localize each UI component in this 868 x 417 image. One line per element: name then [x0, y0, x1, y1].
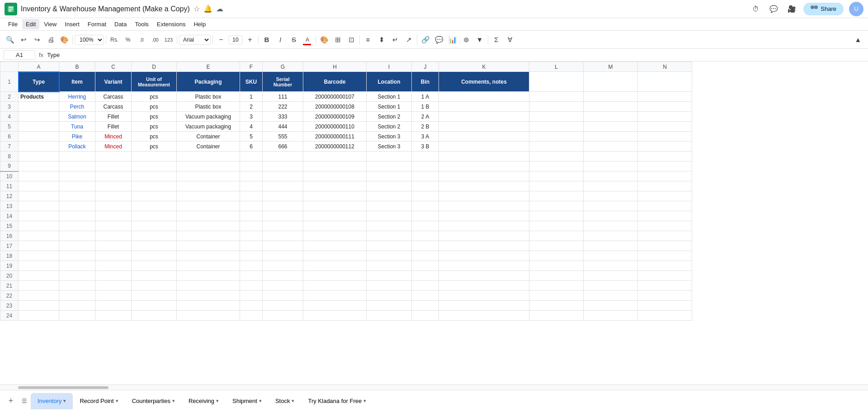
- cell-4-C[interactable]: Fillet: [95, 112, 132, 122]
- cell-2-D[interactable]: pcs: [132, 92, 177, 102]
- decimal-dec-icon[interactable]: .0: [135, 33, 148, 46]
- bell-icon[interactable]: 🔔: [203, 5, 212, 13]
- cell-4-L[interactable]: [529, 112, 584, 122]
- decimal-inc-icon[interactable]: .00: [149, 33, 161, 46]
- cell-6-K[interactable]: [439, 132, 529, 142]
- num-format-icon[interactable]: 123: [162, 33, 175, 46]
- cell-5-C[interactable]: Fillet: [95, 122, 132, 132]
- fill-color-button[interactable]: 🎨: [318, 33, 330, 46]
- col-header-G[interactable]: G: [263, 62, 303, 72]
- cell-5-L[interactable]: [529, 122, 584, 132]
- cell-7-N[interactable]: [638, 142, 692, 152]
- cell-6-M[interactable]: [584, 132, 638, 142]
- merge-cells-button[interactable]: ⊡: [345, 33, 358, 46]
- col-header-J[interactable]: J: [412, 62, 439, 72]
- avatar[interactable]: U: [849, 2, 863, 16]
- share-button[interactable]: Share: [803, 3, 844, 15]
- header-location[interactable]: Location: [367, 72, 412, 92]
- comment-btn[interactable]: 💬: [433, 33, 445, 46]
- header-type[interactable]: Type: [19, 72, 59, 92]
- cell-2-J[interactable]: 1 A: [412, 92, 439, 102]
- zoom-select[interactable]: 100% 75% 125%: [75, 35, 104, 45]
- rotate-button[interactable]: ↗: [402, 33, 415, 46]
- cell-3-G[interactable]: 222: [263, 102, 303, 112]
- cell-3-E[interactable]: Plastic box: [177, 102, 240, 112]
- cell-6-E[interactable]: Container: [177, 132, 240, 142]
- cell-reference-box[interactable]: [4, 50, 35, 60]
- tab-stock-chevron[interactable]: ▾: [292, 398, 294, 404]
- cell-4-G[interactable]: 333: [263, 112, 303, 122]
- font-size-input[interactable]: [228, 35, 243, 44]
- cell-5-H[interactable]: 2000000000110: [303, 122, 367, 132]
- cell-6-F[interactable]: 5: [240, 132, 263, 142]
- cell-5-K[interactable]: [439, 122, 529, 132]
- tab-shipment[interactable]: Shipment ▾: [226, 393, 269, 409]
- cell-6-I[interactable]: Section 3: [367, 132, 412, 142]
- cell-5-A[interactable]: [19, 122, 59, 132]
- col-header-L[interactable]: L: [529, 62, 584, 72]
- tab-receiving-chevron[interactable]: ▾: [216, 398, 219, 404]
- col-header-I[interactable]: I: [367, 62, 412, 72]
- col-header-K[interactable]: K: [439, 62, 529, 72]
- cell-5-N[interactable]: [638, 122, 692, 132]
- cell-4-N[interactable]: [638, 112, 692, 122]
- cell-3-F[interactable]: 2: [240, 102, 263, 112]
- font-size-decrease[interactable]: −: [215, 33, 227, 46]
- cell-4-H[interactable]: 2000000000109: [303, 112, 367, 122]
- horizontal-scrollbar[interactable]: [0, 384, 868, 390]
- cell-4-J[interactable]: 2 A: [412, 112, 439, 122]
- paint-format-icon[interactable]: 🎨: [58, 33, 71, 46]
- cell-2-B[interactable]: Herring: [59, 92, 95, 102]
- cell-7-G[interactable]: 666: [263, 142, 303, 152]
- cell-7-A[interactable]: [19, 142, 59, 152]
- header-bin[interactable]: Bin: [412, 72, 439, 92]
- add-sheet-button[interactable]: +: [4, 394, 18, 408]
- col-header-M[interactable]: M: [584, 62, 638, 72]
- valign-button[interactable]: ⬍: [375, 33, 388, 46]
- borders-button[interactable]: ⊞: [331, 33, 344, 46]
- header-packaging[interactable]: Packaging: [177, 72, 240, 92]
- cell-3-K[interactable]: [439, 102, 529, 112]
- cell-5-G[interactable]: 444: [263, 122, 303, 132]
- font-family-select[interactable]: Arial Times New Roman: [179, 35, 211, 45]
- history-icon[interactable]: ⏱: [749, 3, 762, 15]
- menu-extensions[interactable]: Extensions: [153, 19, 189, 29]
- cell-2-C[interactable]: Carcass: [95, 92, 132, 102]
- bold-button[interactable]: B: [260, 33, 273, 46]
- cell-6-A[interactable]: [19, 132, 59, 142]
- align-button[interactable]: ≡: [362, 33, 374, 46]
- cell-3-C[interactable]: Carcass: [95, 102, 132, 112]
- tab-stock[interactable]: Stock ▾: [269, 393, 302, 409]
- col-header-N[interactable]: N: [638, 62, 692, 72]
- print-icon[interactable]: 🖨: [44, 33, 57, 46]
- chart-button[interactable]: 📊: [446, 33, 459, 46]
- cell-7-L[interactable]: [529, 142, 584, 152]
- cell-2-M[interactable]: [584, 92, 638, 102]
- tab-record-point[interactable]: Record Point ▾: [73, 393, 125, 409]
- formula-input[interactable]: [47, 52, 864, 58]
- cell-7-I[interactable]: Section 3: [367, 142, 412, 152]
- header-uom[interactable]: Unit of Measurement: [132, 72, 177, 92]
- collapse-toolbar-icon[interactable]: ▲: [852, 33, 864, 46]
- cell-1-M[interactable]: [584, 72, 638, 92]
- filter-button[interactable]: ⊛: [460, 33, 472, 46]
- redo-icon[interactable]: ↪: [31, 33, 43, 46]
- cell-3-N[interactable]: [638, 102, 692, 112]
- header-sku[interactable]: SKU: [240, 72, 263, 92]
- text-color-button[interactable]: A: [301, 33, 314, 46]
- header-item[interactable]: Item: [59, 72, 95, 92]
- cell-3-H[interactable]: 2000000000108: [303, 102, 367, 112]
- tab-inventory[interactable]: Inventory ▾: [31, 393, 73, 409]
- cell-3-A[interactable]: [19, 102, 59, 112]
- wrap-button[interactable]: ↵: [389, 33, 401, 46]
- tab-shipment-chevron[interactable]: ▾: [259, 398, 262, 404]
- menu-insert[interactable]: Insert: [61, 19, 83, 29]
- cell-5-M[interactable]: [584, 122, 638, 132]
- cell-2-K[interactable]: [439, 92, 529, 102]
- cell-2-F[interactable]: 1: [240, 92, 263, 102]
- currency-icon[interactable]: Rs.: [108, 33, 121, 46]
- italic-button[interactable]: I: [274, 33, 287, 46]
- search-icon[interactable]: 🔍: [4, 33, 16, 46]
- cell-5-F[interactable]: 4: [240, 122, 263, 132]
- cell-2-G[interactable]: 111: [263, 92, 303, 102]
